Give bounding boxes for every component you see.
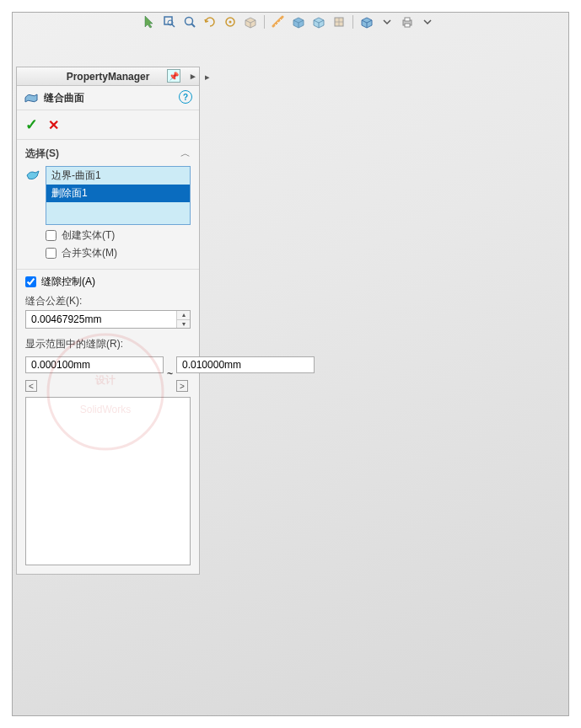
range-separator: ~ xyxy=(167,368,173,380)
selection-section-header[interactable]: 选择(S) ︿ xyxy=(25,145,191,166)
gap-control-title: 缝隙控制(A) xyxy=(41,275,95,289)
panel-header: PropertyManager 📌 ▸ xyxy=(17,67,199,86)
selection-list[interactable]: 边界-曲面1 删除面1 xyxy=(46,166,191,225)
tool-dropdown-icon[interactable] xyxy=(379,13,395,30)
property-manager-panel: PropertyManager 📌 ▸ 缝合曲面 ? ✓ ✕ 选择(S) ︿ xyxy=(16,67,200,575)
tool-appearance-icon[interactable] xyxy=(331,13,347,30)
view-toolbar xyxy=(139,12,551,33)
create-solid-label: 创建实体(T) xyxy=(62,228,115,243)
panel-next-arrow[interactable]: ▸ xyxy=(191,71,196,82)
svg-point-11 xyxy=(266,228,502,286)
knit-surface-model xyxy=(198,181,569,451)
tolerance-field[interactable] xyxy=(26,311,176,328)
tool-zoom-icon[interactable] xyxy=(181,13,198,30)
selection-title: 选择(S) xyxy=(25,147,59,161)
toolbar-separator xyxy=(352,15,353,29)
create-solid-checkbox[interactable] xyxy=(46,230,56,241)
svg-rect-31 xyxy=(0,0,581,12)
svg-line-14 xyxy=(367,392,379,399)
gap-control-section: 缝隙控制(A) 缝合公差(K): ▴▾ 显示范围中的缝隙(R): < ~ xyxy=(17,269,199,574)
range-max-toggle[interactable]: > xyxy=(176,380,188,392)
tool-cursor-icon[interactable] xyxy=(141,13,158,30)
tool-iso-icon[interactable] xyxy=(358,13,375,30)
tool-hidden-icon[interactable] xyxy=(310,13,327,30)
origin-triad xyxy=(363,375,396,409)
svg-point-6 xyxy=(229,21,232,24)
cancel-button[interactable]: ✕ xyxy=(48,117,59,133)
pin-button[interactable]: 📌 xyxy=(167,69,180,83)
feature-title: 缝合曲面 xyxy=(44,91,84,105)
selection-section: 选择(S) ︿ 边界-曲面1 删除面1 创建实体(T) 合并实体(M) xyxy=(17,139,199,269)
tool-print-icon[interactable] xyxy=(399,13,416,30)
range-min-input[interactable] xyxy=(25,356,164,373)
panel-title: PropertyManager xyxy=(67,71,150,83)
range-max-field[interactable] xyxy=(177,357,314,372)
tool-zoom-rect-icon[interactable] xyxy=(161,13,178,30)
range-label: 显示范围中的缝隙(R): xyxy=(25,335,191,353)
tolerance-input[interactable]: ▴▾ xyxy=(25,310,191,329)
gap-list[interactable] xyxy=(25,397,191,565)
svg-point-15 xyxy=(379,391,381,393)
help-button[interactable]: ? xyxy=(179,90,192,104)
list-item[interactable]: 删除面1 xyxy=(46,185,190,202)
collapse-caret-icon: ︿ xyxy=(180,147,191,161)
list-item[interactable]: 边界-曲面1 xyxy=(46,167,190,185)
merge-entities-label: 合并实体(M) xyxy=(62,246,117,260)
feature-header: 缝合曲面 ? xyxy=(17,86,199,110)
range-min-toggle[interactable]: < xyxy=(25,380,37,392)
knit-surface-icon xyxy=(24,90,39,105)
tool-display-icon[interactable] xyxy=(290,13,307,30)
tool-pan-icon[interactable] xyxy=(222,13,239,30)
selection-filter-icon[interactable] xyxy=(25,168,40,183)
ok-button[interactable]: ✓ xyxy=(25,115,38,134)
toolbar-separator xyxy=(264,15,265,29)
svg-rect-34 xyxy=(569,0,581,728)
tolerance-spinner[interactable]: ▴▾ xyxy=(176,311,190,328)
svg-line-4 xyxy=(191,24,195,27)
tool-section-icon[interactable] xyxy=(242,13,259,30)
confirm-row: ✓ ✕ xyxy=(17,110,199,139)
tool-dropdown2-icon[interactable] xyxy=(419,13,436,30)
merge-entities-checkbox[interactable] xyxy=(46,248,56,259)
panel-resize-arrow[interactable]: ▸ xyxy=(205,72,210,83)
svg-rect-33 xyxy=(0,0,12,728)
tool-rotate-icon[interactable] xyxy=(202,13,218,30)
range-max-input[interactable] xyxy=(176,356,315,373)
tolerance-label: 缝合公差(K): xyxy=(25,292,191,310)
tool-measure-icon[interactable] xyxy=(270,13,287,30)
range-min-field[interactable] xyxy=(26,357,163,372)
model-shadow xyxy=(188,265,569,569)
svg-line-13 xyxy=(379,392,392,399)
gap-control-checkbox[interactable] xyxy=(25,276,36,287)
svg-rect-32 xyxy=(0,716,581,728)
svg-line-2 xyxy=(172,24,175,27)
svg-rect-10 xyxy=(405,24,410,27)
svg-rect-9 xyxy=(405,18,410,21)
